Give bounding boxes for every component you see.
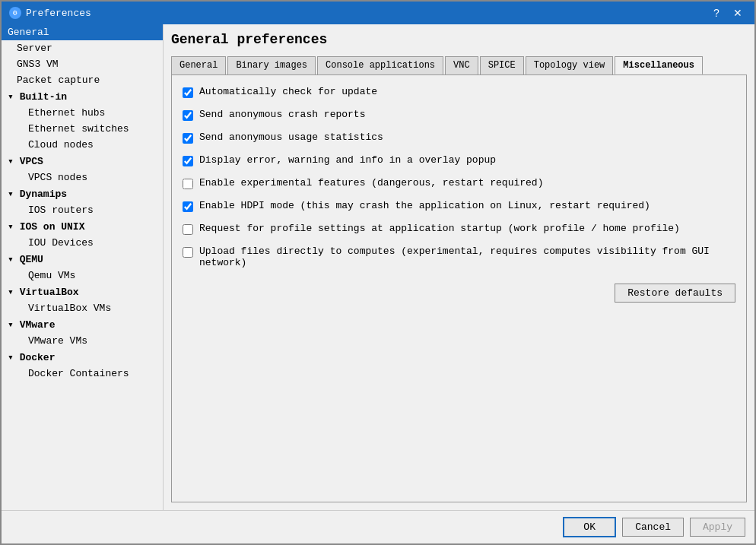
sidebar-item-vmware-vms[interactable]: VMware VMs [2,333,163,349]
sidebar-item-virtualbox-vms[interactable]: VirtualBox VMs [2,300,163,316]
sidebar-item-virtualbox[interactable]: ▾ VirtualBox [2,284,163,300]
checkbox-anon-crash[interactable] [183,110,193,121]
checkbox-anon-usage[interactable] [183,133,193,144]
checkbox-upload-files[interactable] [183,247,193,258]
sidebar-item-general[interactable]: General [2,24,163,40]
label-hdpi[interactable]: Enable HDPI mode (this may crash the app… [199,200,650,211]
tab-spice[interactable]: SPICE [480,56,524,74]
close-button[interactable]: ✕ [729,5,747,21]
sidebar-item-packet-capture[interactable]: Packet capture [2,72,163,88]
panel-title: General preferences [171,32,747,47]
sidebar-item-vmware[interactable]: ▾ VMware [2,316,163,333]
label-anon-crash[interactable]: Send anonymous crash reports [199,109,365,120]
content-panel: General preferences General Binary image… [164,24,754,510]
checkbox-row-display-error: Display error, warning and info in a ove… [183,154,735,166]
tab-general[interactable]: General [171,56,226,74]
checkbox-row-upload-files: Upload files directly to computes (exper… [183,246,735,268]
app-icon: ⚙ [9,7,21,19]
label-experimental[interactable]: Enable experimental features (dangerous,… [199,177,543,189]
restore-defaults-area: Restore defaults [183,279,735,303]
sidebar-item-docker-containers[interactable]: Docker Containers [2,366,163,382]
title-bar: ⚙ Preferences ? ✕ [2,2,754,24]
cancel-button[interactable]: Cancel [622,518,684,537]
bottom-bar: OK Cancel Apply [2,510,754,543]
checkbox-row-hdpi: Enable HDPI mode (this may crash the app… [183,200,735,212]
sidebar-item-ios-routers[interactable]: IOS routers [2,202,163,218]
sidebar-item-qemu[interactable]: ▾ QEMU [2,251,163,268]
sidebar-item-cloud-nodes[interactable]: Cloud nodes [2,137,163,153]
label-anon-usage[interactable]: Send anonymous usage statistics [199,131,383,143]
help-button[interactable]: ? [707,5,726,21]
main-content: General Server GNS3 VM Packet capture ▾ … [2,24,754,510]
preferences-window: ⚙ Preferences ? ✕ General Server GNS3 VM… [0,0,756,545]
label-upload-files[interactable]: Upload files directly to computes (exper… [199,246,735,268]
window-title: Preferences [26,8,91,19]
tab-binary-images[interactable]: Binary images [227,56,316,74]
checkbox-profile-settings[interactable] [183,224,193,235]
apply-button[interactable]: Apply [690,518,745,537]
checkbox-display-error[interactable] [183,156,193,166]
sidebar-item-qemu-vms[interactable]: Qemu VMs [2,268,163,284]
sidebar-item-ethernet-hubs[interactable]: Ethernet hubs [2,105,163,121]
sidebar-item-server[interactable]: Server [2,40,163,56]
label-profile-settings[interactable]: Request for profile settings at applicat… [199,223,680,234]
sidebar-item-gns3vm[interactable]: GNS3 VM [2,56,163,72]
checkbox-row-anon-crash: Send anonymous crash reports [183,109,735,121]
tab-console-applications[interactable]: Console applications [317,56,443,74]
label-auto-update[interactable]: Automatically check for update [199,86,377,97]
checkbox-auto-update[interactable] [183,87,193,98]
sidebar-item-docker[interactable]: ▾ Docker [2,349,163,366]
sidebar-item-built-in[interactable]: ▾ Built-in [2,88,163,105]
sidebar-item-vpcs[interactable]: ▾ VPCS [2,153,163,170]
sidebar-item-iou-devices[interactable]: IOU Devices [2,235,163,251]
tab-miscellaneous[interactable]: Miscellaneous [615,56,703,74]
checkbox-row-auto-update: Automatically check for update [183,86,735,98]
tab-vnc[interactable]: VNC [445,56,478,74]
sidebar: General Server GNS3 VM Packet capture ▾ … [2,24,164,510]
sidebar-item-ethernet-switches[interactable]: Ethernet switches [2,121,163,137]
sidebar-item-vpcs-nodes[interactable]: VPCS nodes [2,170,163,185]
sidebar-item-dynamips[interactable]: ▾ Dynamips [2,185,163,202]
title-bar-left: ⚙ Preferences [9,7,91,19]
restore-defaults-button[interactable]: Restore defaults [615,284,735,303]
ok-button[interactable]: OK [563,517,616,537]
checkbox-row-anon-usage: Send anonymous usage statistics [183,131,735,144]
checkbox-experimental[interactable] [183,179,193,189]
tab-topology-view[interactable]: Topology view [526,56,614,74]
checkbox-row-experimental: Enable experimental features (dangerous,… [183,177,735,189]
checkbox-row-profile-settings: Request for profile settings at applicat… [183,223,735,235]
label-display-error[interactable]: Display error, warning and info in a ove… [199,154,496,166]
tabs-bar: General Binary images Console applicatio… [171,56,747,74]
tab-content-miscellaneous: Automatically check for update Send anon… [171,74,747,502]
checkbox-hdpi[interactable] [183,201,193,212]
sidebar-item-ios-on-unix[interactable]: ▾ IOS on UNIX [2,218,163,235]
title-bar-controls: ? ✕ [707,5,747,21]
